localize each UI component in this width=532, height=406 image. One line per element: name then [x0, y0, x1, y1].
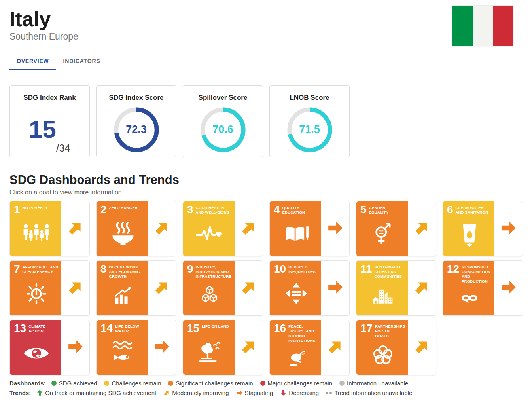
section-title: SDG Dashboards and Trends — [9, 173, 523, 187]
tab-overview[interactable]: OVERVIEW — [9, 54, 56, 70]
sdg-goal-tile-15[interactable]: 15LIFE ON LAND — [183, 320, 263, 375]
legend-dashboards-row: Dashboards: SDG achievedChallenges remai… — [9, 380, 523, 387]
sdg-goal-tile-2[interactable]: 2ZERO HUNGER — [96, 201, 176, 256]
legend-item-trend-decreasing: Decreasing — [280, 389, 319, 396]
sdg-goal-tile-6[interactable]: 6CLEAN WATER AND SANITATION — [443, 201, 523, 256]
legend-item-label: SDG achieved — [59, 380, 97, 387]
goal-number: 6 — [447, 205, 453, 215]
goal-title: GOOD HEALTH AND WELL-BEING — [196, 205, 232, 215]
sdg-goal-tile-8[interactable]: 8DECENT WORK AND ECONOMIC GROWTH — [96, 260, 176, 316]
sdg-goal-tile-13[interactable]: 13CLIMATE ACTION — [9, 320, 90, 375]
goal-title: QUALITY EDUCATION — [282, 205, 319, 215]
goal-trend-panel — [408, 320, 436, 375]
arrow-up-right-icon — [240, 279, 257, 297]
section-subtitle: Click on a goal to view more information… — [9, 189, 523, 196]
score-card-sdg-index-rank: SDG Index Rank15/34 — [9, 85, 90, 157]
arrow-up-right-icon — [67, 279, 84, 297]
goal-trend-panel — [148, 261, 176, 315]
goal-number: 3 — [187, 205, 193, 215]
book-pencil-icon — [274, 215, 319, 253]
goal-trend-panel — [321, 261, 349, 315]
goal-title: LIFE ON LAND — [202, 323, 229, 329]
goal-title: GENDER EQUALITY — [369, 205, 405, 215]
legend-item-label: Significant challenges remain — [176, 380, 253, 387]
arrow-up-right-icon — [240, 338, 257, 357]
score-gauge: 72.3 — [113, 102, 160, 157]
goal-color-panel: 16PEACE, JUSTICE AND STRONG INSTITUTIONS — [270, 320, 321, 375]
goal-heading: 5GENDER EQUALITY — [360, 205, 405, 215]
goal-title: SUSTAINABLE CITIES AND COMMUNITIES — [375, 264, 405, 279]
goal-title: RESPONSIBLE CONSUMPTION AND PRODUCTION — [462, 264, 492, 284]
gauge-value: 71.5 — [286, 123, 333, 136]
goal-number: 9 — [187, 264, 193, 275]
score-card-spillover-score: Spillover Score70.6 — [183, 85, 263, 157]
sdg-goal-tile-3[interactable]: 3GOOD HEALTH AND WELL-BEING — [183, 201, 263, 256]
people-icon — [14, 215, 59, 253]
sdg-goal-tile-11[interactable]: 11SUSTAINABLE CITIES AND COMMUNITIES — [356, 260, 436, 316]
goal-heading: 13CLIMATE ACTION — [14, 323, 59, 334]
arrow-up-right-icon — [240, 220, 257, 238]
goal-color-panel: 4QUALITY EDUCATION — [270, 201, 321, 256]
goal-heading: 2ZERO HUNGER — [100, 205, 146, 215]
sdg-goal-tile-1[interactable]: 1NO POVERTY — [9, 201, 90, 256]
goal-trend-panel — [408, 261, 436, 315]
sdg-goal-tile-12[interactable]: 12RESPONSIBLE CONSUMPTION AND PRODUCTION — [443, 260, 523, 316]
legend: Dashboards: SDG achievedChallenges remai… — [9, 380, 523, 396]
trend-unavailable-icon — [326, 392, 332, 394]
legend-trends-label: Trends: — [9, 389, 31, 396]
sun-power-icon — [14, 275, 59, 312]
legend-item-trend-unavailable: Trend information unavailable — [326, 389, 412, 396]
legend-item-label: Decreasing — [289, 389, 319, 396]
legend-item-label: Stagnating — [245, 389, 273, 396]
score-card-sdg-index-score: SDG Index Score72.3 — [96, 85, 176, 157]
arrow-up-right-icon — [154, 220, 170, 238]
status-dot-achieved — [51, 381, 57, 386]
rings-icon — [360, 338, 405, 372]
legend-item-label: Trend information unavailable — [334, 389, 412, 396]
sdg-goal-tile-16[interactable]: 16PEACE, JUSTICE AND STRONG INSTITUTIONS — [269, 320, 350, 375]
status-dot-significant — [168, 381, 173, 386]
goal-color-panel: 5GENDER EQUALITY — [356, 201, 408, 256]
flag-white-stripe — [473, 6, 493, 46]
sdg-goal-tile-17[interactable]: 17PARTNERSHIPS FOR THE GOALS — [356, 320, 436, 375]
goal-trend-panel — [61, 320, 89, 375]
arrow-right-icon — [327, 279, 344, 297]
goal-color-panel: 9INDUSTRY, INNOVATION AND INFRASTRUCTURE — [183, 261, 235, 315]
status-dot-major — [260, 381, 265, 386]
country-header: Italy Southern Europe — [9, 0, 523, 42]
sdg-goal-tile-5[interactable]: 5GENDER EQUALITY — [356, 201, 436, 256]
score-card-title: LNOB Score — [290, 94, 329, 102]
sdg-goal-tile-14[interactable]: 14LIFE BELOW WATER — [96, 320, 176, 375]
goal-heading: 9INDUSTRY, INNOVATION AND INFRASTRUCTURE — [187, 264, 232, 279]
goal-heading: 3GOOD HEALTH AND WELL-BEING — [187, 205, 232, 215]
goal-trend-panel — [61, 201, 89, 256]
sdg-goal-tile-4[interactable]: 4QUALITY EDUCATION — [269, 201, 350, 256]
legend-item-trend-stagnating: Stagnating — [236, 389, 273, 396]
goal-number: 8 — [100, 264, 107, 275]
status-dot-unavailable — [339, 381, 345, 386]
goal-title: PARTNERSHIPS FOR THE GOALS — [375, 323, 405, 338]
infinity-icon — [447, 284, 492, 313]
goal-number: 10 — [274, 264, 286, 275]
goal-title: DECENT WORK AND ECONOMIC GROWTH — [109, 264, 146, 279]
goal-heading: 1NO POVERTY — [14, 205, 59, 215]
goal-color-panel: 12RESPONSIBLE CONSUMPTION AND PRODUCTION — [443, 261, 494, 315]
sdg-goal-tile-9[interactable]: 9INDUSTRY, INNOVATION AND INFRASTRUCTURE — [183, 260, 263, 316]
fish-icon — [100, 334, 146, 372]
goal-heading: 17PARTNERSHIPS FOR THE GOALS — [360, 323, 405, 338]
goal-title: PEACE, JUSTICE AND STRONG INSTITUTIONS — [288, 323, 319, 343]
score-gauge: 71.5 — [286, 102, 333, 157]
goal-title: CLEAN WATER AND SANITATION — [456, 205, 492, 215]
gender-equality-icon — [360, 215, 405, 253]
goal-trend-panel — [494, 261, 523, 315]
tab-indicators[interactable]: INDICATORS — [56, 54, 108, 70]
arrow-right-icon — [500, 220, 517, 238]
arrow-down-icon — [280, 389, 287, 396]
sdg-goal-tile-7[interactable]: 7AFFORDABLE AND CLEAN ENERGY — [9, 260, 90, 316]
goal-color-panel: 10REDUCED INEQUALITIES — [270, 261, 321, 315]
goal-trend-panel — [148, 201, 176, 256]
legend-item-major: Major challenges remain — [260, 380, 332, 387]
sdg-goal-tile-10[interactable]: 10REDUCED INEQUALITIES — [269, 260, 350, 316]
goal-number: 12 — [447, 264, 459, 275]
legend-item-label: Information unavailable — [347, 380, 408, 387]
